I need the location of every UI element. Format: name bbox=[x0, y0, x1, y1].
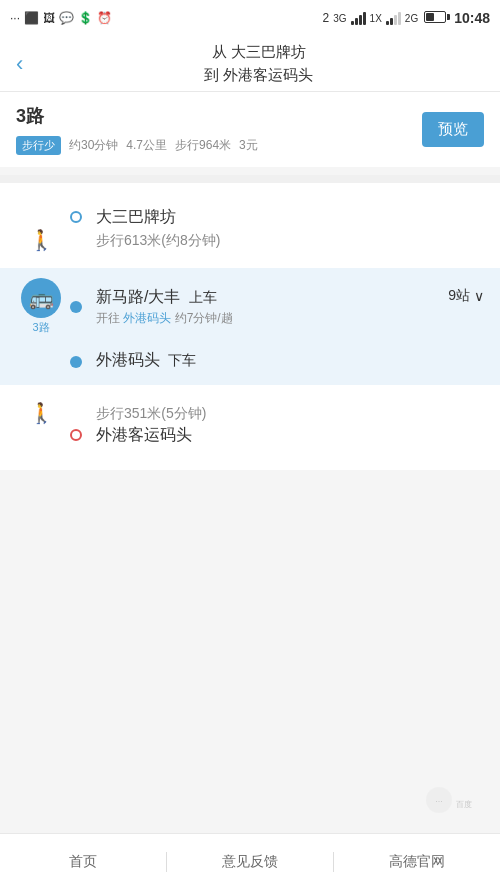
wechat-icon: 💬 bbox=[59, 11, 74, 25]
walk2-person-icon: 🚶 bbox=[29, 401, 54, 425]
route-details: 约30分钟 4.7公里 步行964米 3元 bbox=[69, 137, 258, 154]
walk2-line-col bbox=[66, 411, 86, 415]
bus-direction-text: 开往 bbox=[96, 311, 123, 325]
header-title: 从 大三巴牌坊 到 外港客运码头 bbox=[33, 41, 484, 86]
walk1-icon-col: 🚶 bbox=[16, 228, 66, 252]
bottom-nav-feedback[interactable]: 意见反馈 bbox=[167, 843, 333, 881]
bus-board-content: 新马路/大丰 上车 开往 外港码头 约7分钟/趟 9站 ∨ bbox=[86, 287, 484, 327]
header-to: 到 外港客运码头 bbox=[33, 64, 484, 87]
status-right: 2 3G 1X 2G 10:48 bbox=[323, 10, 490, 26]
walk1-content: 步行613米(约8分钟) bbox=[86, 231, 484, 250]
bus-section: 🚌 3路 新马路/大丰 上车 开往 外港码头 约7分钟/趟 bbox=[0, 268, 500, 385]
walk2-content: 步行351米(5分钟) bbox=[86, 404, 484, 423]
status-left: ··· ⬛ 🖼 💬 💲 ⏰ bbox=[10, 11, 112, 25]
destination-row: 外港客运码头 bbox=[0, 425, 500, 454]
bottom-nav-amap[interactable]: 高德官网 bbox=[334, 843, 500, 881]
signal-bars-icon bbox=[351, 11, 366, 25]
chevron-down-icon: ∨ bbox=[474, 288, 484, 304]
network-2g: 2G bbox=[405, 13, 418, 24]
walk2-section: 🚶 步行351米(5分钟) 外港客运码头 bbox=[0, 385, 500, 470]
bus-exit-dot bbox=[70, 356, 82, 368]
walk2-row: 🚶 步行351米(5分钟) bbox=[0, 401, 500, 425]
alarm-icon: ⏰ bbox=[97, 11, 112, 25]
bus-board-row: 🚌 3路 新马路/大丰 上车 开往 外港码头 约7分钟/趟 bbox=[0, 268, 500, 345]
signal-bars2-icon bbox=[386, 11, 401, 25]
bus-icon-col: 🚌 3路 bbox=[16, 278, 66, 335]
walk-distance: 步行964米 bbox=[175, 137, 231, 154]
bus-board-action: 上车 bbox=[189, 289, 217, 305]
bus-board-stop: 新马路/大丰 上车 bbox=[96, 287, 233, 308]
bus-circle-icon: 🚌 bbox=[21, 278, 61, 318]
dollar-icon: 💲 bbox=[78, 11, 93, 25]
destination-content: 外港客运码头 bbox=[86, 425, 484, 446]
signal-3g: 3G bbox=[333, 13, 346, 24]
status-bar: ··· ⬛ 🖼 💬 💲 ⏰ 2 3G 1X 2G bbox=[0, 0, 500, 36]
origin-row: 大三巴牌坊 bbox=[0, 199, 500, 228]
time-label: 10:48 bbox=[454, 10, 490, 26]
origin-line-col bbox=[66, 207, 86, 227]
duration: 约30分钟 bbox=[69, 137, 118, 154]
tag-walk-less: 步行少 bbox=[16, 136, 61, 155]
route-summary: 3路 步行少 约30分钟 4.7公里 步行964米 3元 预览 bbox=[0, 92, 500, 167]
header: ‹ 从 大三巴牌坊 到 外港客运码头 bbox=[0, 36, 500, 92]
destination-stop-name: 外港客运码头 bbox=[96, 426, 192, 443]
route-tags: 步行少 约30分钟 4.7公里 步行964米 3元 bbox=[16, 136, 258, 155]
bus-stops-count: 9站 bbox=[448, 287, 470, 305]
back-button[interactable]: ‹ bbox=[16, 51, 23, 77]
walk1-line-col bbox=[66, 238, 86, 242]
bus-exit-content: 外港码头 下车 bbox=[86, 350, 484, 371]
bus-emoji-icon: 🚌 bbox=[29, 286, 54, 310]
divider-top bbox=[0, 175, 500, 183]
route-number: 3路 bbox=[16, 104, 258, 128]
bus-board-line-col bbox=[66, 297, 86, 317]
bus-exit-row: 外港码头 下车 bbox=[0, 345, 500, 385]
bus-board-dot bbox=[70, 301, 82, 313]
bus-exit-stop-name: 外港码头 bbox=[96, 351, 160, 368]
route-steps: 大三巴牌坊 🚶 步行613米(约8分钟) bbox=[0, 183, 500, 268]
origin-dot bbox=[70, 211, 82, 223]
bus-number-label: 3路 bbox=[32, 320, 49, 335]
walk1-row: 🚶 步行613米(约8分钟) bbox=[0, 228, 500, 252]
bus-exit-line-col bbox=[66, 352, 86, 368]
bus-stops-info[interactable]: 9站 ∨ bbox=[448, 287, 484, 305]
bus-board-stop-name: 新马路/大丰 bbox=[96, 288, 180, 305]
bottom-nav-home[interactable]: 首页 bbox=[0, 843, 166, 881]
route-left: 3路 步行少 约30分钟 4.7公里 步行964米 3元 bbox=[16, 104, 258, 155]
image-icon: 🖼 bbox=[43, 11, 55, 25]
network-label: 2 bbox=[323, 11, 330, 25]
destination-line-col bbox=[66, 425, 86, 441]
preview-button[interactable]: 预览 bbox=[422, 112, 484, 147]
distance: 4.7公里 bbox=[126, 137, 167, 154]
network-1x: 1X bbox=[370, 13, 382, 24]
walk1-info: 步行613米(约8分钟) bbox=[96, 220, 220, 260]
bus-board-left: 新马路/大丰 上车 开往 外港码头 约7分钟/趟 bbox=[96, 287, 233, 327]
bus-frequency-text: 约7分钟/趟 bbox=[175, 311, 233, 325]
destination-dot bbox=[70, 429, 82, 441]
bus-direction: 开往 外港码头 约7分钟/趟 bbox=[96, 310, 233, 327]
bluetooth-icon: ⬛ bbox=[24, 11, 39, 25]
header-from: 从 大三巴牌坊 bbox=[33, 41, 484, 64]
svg-text:百度: 百度 bbox=[456, 800, 472, 809]
bus-exit-action: 下车 bbox=[168, 352, 196, 368]
dots-icon: ··· bbox=[10, 11, 20, 25]
svg-text:···: ··· bbox=[435, 796, 443, 806]
walk1-person-icon: 🚶 bbox=[29, 228, 54, 252]
watermark: ··· 百度 bbox=[424, 785, 484, 819]
battery-icon bbox=[422, 11, 446, 26]
walk2-icon-col: 🚶 bbox=[16, 401, 66, 425]
price: 3元 bbox=[239, 137, 258, 154]
route-info-row: 3路 步行少 约30分钟 4.7公里 步行964米 3元 预览 bbox=[16, 104, 484, 155]
bottom-nav: 首页 意见反馈 高德官网 bbox=[0, 833, 500, 889]
bus-direction-link[interactable]: 外港码头 bbox=[123, 311, 171, 325]
